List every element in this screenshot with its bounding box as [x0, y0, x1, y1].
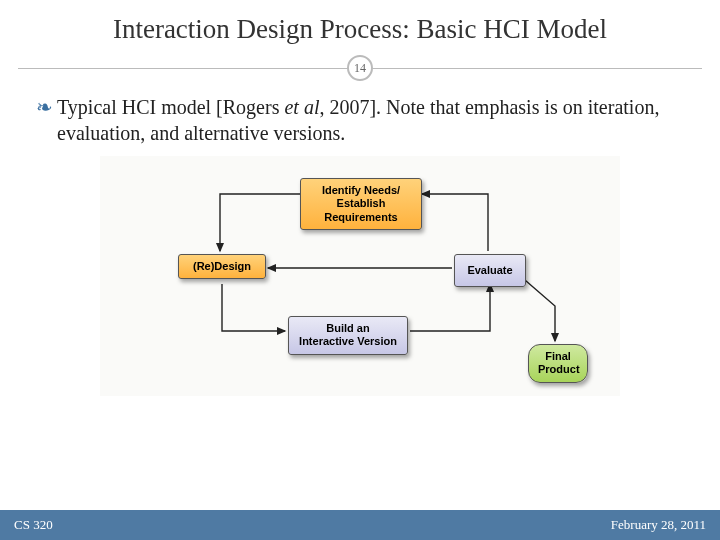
bullet-item: ❧ Typical HCI model [Rogers et al, 2007]… — [36, 95, 684, 146]
slide-title: Interaction Design Process: Basic HCI Mo… — [0, 0, 720, 53]
footer-date: February 28, 2011 — [611, 517, 706, 533]
title-divider: 14 — [18, 53, 702, 83]
bullet-glyph-icon: ❧ — [36, 95, 51, 146]
slide-number-badge: 14 — [347, 55, 373, 81]
node-build-interactive: Build anInteractive Version — [288, 316, 408, 354]
node-evaluate: Evaluate — [454, 254, 526, 287]
slide-footer: CS 320 February 28, 2011 — [0, 510, 720, 540]
node-final-product: FinalProduct — [528, 344, 588, 382]
bullet-text: Typical HCI model [Rogers et al, 2007]. … — [57, 95, 684, 146]
node-redesign: (Re)Design — [178, 254, 266, 279]
node-identify-needs: Identify Needs/Establish Requirements — [300, 178, 422, 230]
body-text: ❧ Typical HCI model [Rogers et al, 2007]… — [0, 89, 720, 396]
footer-course: CS 320 — [14, 517, 53, 533]
hci-model-diagram: Identify Needs/Establish Requirements (R… — [100, 156, 620, 396]
bullet-text-italic: et al — [284, 96, 319, 118]
bullet-text-pre: Typical HCI model [Rogers — [57, 96, 284, 118]
